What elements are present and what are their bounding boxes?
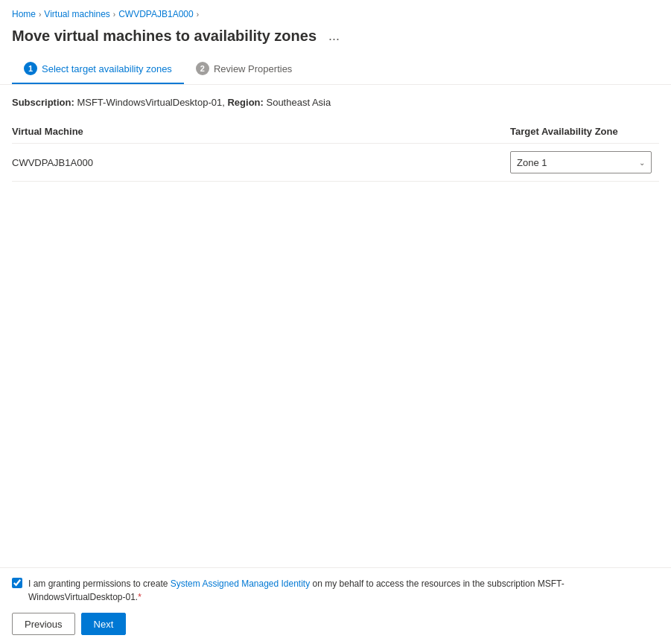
vm-name-cell: CWVDPAJB1A000 (12, 157, 510, 168)
page-header: Move virtual machines to availability zo… (0, 24, 671, 54)
column-header-zone: Target Availability Zone (510, 126, 659, 137)
consent-text: I am granting permissions to create Syst… (28, 577, 659, 604)
region-value: Southeast Asia (266, 97, 331, 108)
consent-checkbox[interactable] (12, 578, 22, 588)
previous-button[interactable]: Previous (12, 613, 75, 635)
region-label: Region: (227, 97, 263, 108)
chevron-down-icon: ⌄ (639, 159, 645, 167)
footer-area: I am granting permissions to create Syst… (0, 567, 671, 644)
breadcrumb: Home › Virtual machines › CWVDPAJB1A000 … (0, 0, 671, 24)
breadcrumb-sep-1: › (39, 10, 41, 19)
breadcrumb-sep-2: › (113, 10, 115, 19)
subscription-name: MSFT-WindowsVirtualDesktop-01 (77, 97, 222, 108)
more-options-button[interactable]: ... (324, 27, 344, 45)
tab-2-label: Review Properties (214, 63, 293, 74)
content-area: Subscription: MSFT-WindowsVirtualDesktop… (0, 85, 671, 567)
table-row: CWVDPAJB1A000 Zone 1 ⌄ (12, 144, 659, 182)
tab-1-label: Select target availability zones (42, 63, 172, 74)
breadcrumb-home[interactable]: Home (12, 9, 36, 19)
tab-1-number: 1 (24, 62, 37, 75)
table-header: Virtual Machine Target Availability Zone (12, 120, 659, 144)
zone-dropdown-value: Zone 1 (517, 157, 547, 168)
subscription-label: Subscription: (12, 97, 74, 108)
zone-dropdown-container: Zone 1 ⌄ (510, 151, 659, 173)
subscription-info: Subscription: MSFT-WindowsVirtualDesktop… (12, 97, 659, 108)
required-star: * (138, 592, 141, 602)
consent-text-before: I am granting permissions to create (28, 578, 171, 589)
breadcrumb-sep-3: › (197, 10, 199, 19)
zone-dropdown[interactable]: Zone 1 ⌄ (510, 151, 652, 173)
action-buttons: Previous Next (12, 613, 659, 635)
breadcrumb-vms[interactable]: Virtual machines (44, 9, 110, 19)
tabs-container: 1 Select target availability zones 2 Rev… (0, 54, 671, 85)
next-button[interactable]: Next (81, 613, 127, 635)
tab-review-properties[interactable]: 2 Review Properties (184, 54, 305, 84)
column-header-vm: Virtual Machine (12, 126, 510, 137)
tab-2-number: 2 (196, 62, 209, 75)
consent-link[interactable]: System Assigned Managed Identity (171, 578, 310, 589)
page-title: Move virtual machines to availability zo… (12, 28, 317, 45)
consent-row: I am granting permissions to create Syst… (12, 577, 659, 604)
breadcrumb-vm-name[interactable]: CWVDPAJB1A000 (118, 9, 193, 19)
tab-select-zones[interactable]: 1 Select target availability zones (12, 54, 184, 84)
